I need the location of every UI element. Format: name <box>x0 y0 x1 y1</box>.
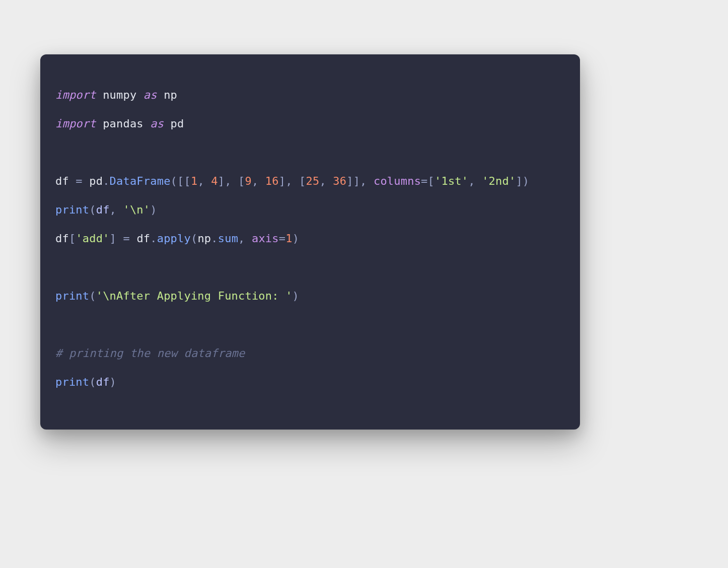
comma: , <box>252 175 265 187</box>
code-line-8: print(df) <box>55 376 116 388</box>
paren-open: ( <box>89 203 96 216</box>
op-eq: = <box>421 175 427 187</box>
fn-print: print <box>55 290 89 302</box>
comma: , <box>110 203 123 216</box>
kwarg-columns: columns <box>374 175 421 187</box>
bracket-close: ] <box>110 232 116 245</box>
string: '2nd' <box>482 175 516 187</box>
bracket-open: [ <box>69 232 76 245</box>
num: 4 <box>211 175 217 187</box>
kw-as: as <box>143 89 157 101</box>
var-df: df <box>55 175 69 187</box>
fn-print: print <box>55 203 89 216</box>
comma: , <box>468 175 482 187</box>
paren-close: ) <box>293 232 299 245</box>
paren-close: ) <box>110 376 116 388</box>
kw-import: import <box>55 89 96 101</box>
string: 'add' <box>76 232 109 245</box>
paren-open: ( <box>191 232 197 245</box>
arg-df: df <box>96 203 110 216</box>
fn-apply: apply <box>157 232 191 245</box>
paren-close: ) <box>293 290 299 302</box>
code-line-2: import pandas as pd <box>55 117 184 130</box>
bracket-open: [ <box>428 175 434 187</box>
dot: . <box>211 232 217 245</box>
var-df: df <box>55 232 69 245</box>
module-pandas: pandas <box>103 117 143 130</box>
bracket-open: ([[ <box>171 175 191 187</box>
bracket-close: ]) <box>516 175 529 187</box>
code-line-1: import numpy as np <box>55 89 177 101</box>
string: '\n' <box>123 203 150 216</box>
code-line-7: # printing the new dataframe <box>55 347 245 360</box>
num: 16 <box>265 175 279 187</box>
comma: , <box>238 232 252 245</box>
op-assign: = <box>116 232 136 245</box>
code-line-4: print(df, '\n') <box>55 203 157 216</box>
string: '1st' <box>434 175 468 187</box>
code-card: import numpy as np import pandas as pd d… <box>40 54 580 430</box>
dot: . <box>103 175 109 187</box>
num: 1 <box>191 175 197 187</box>
comma: , <box>319 175 333 187</box>
code-line-5: df['add'] = df.apply(np.sum, axis=1) <box>55 232 299 245</box>
paren-open: ( <box>89 376 96 388</box>
paren-close: ) <box>150 203 157 216</box>
fn-sum: sum <box>218 232 238 245</box>
string: '\nAfter Applying Function: ' <box>96 290 293 302</box>
kw-as: as <box>150 117 164 130</box>
module-numpy: numpy <box>103 89 136 101</box>
dot: . <box>150 232 157 245</box>
fn-dataframe: DataFrame <box>110 175 171 187</box>
num: 36 <box>333 175 346 187</box>
code-line-6: print('\nAfter Applying Function: ') <box>55 290 299 302</box>
alias-np: np <box>164 89 177 101</box>
paren-open: ( <box>89 290 96 302</box>
bracket-close: ]], <box>346 175 374 187</box>
code-block: import numpy as np import pandas as pd d… <box>55 81 565 396</box>
comma: , <box>197 175 211 187</box>
op-assign: = <box>69 175 89 187</box>
num: 1 <box>285 232 292 245</box>
ref-pd: pd <box>89 175 103 187</box>
ref-np: np <box>197 232 211 245</box>
kwarg-axis: axis <box>252 232 279 245</box>
fn-print: print <box>55 376 89 388</box>
alias-pd: pd <box>171 117 184 130</box>
bracket: ], [ <box>218 175 245 187</box>
kw-import: import <box>55 117 96 130</box>
code-line-3: df = pd.DataFrame([[1, 4], [9, 16], [25,… <box>55 175 529 187</box>
arg-df: df <box>96 376 110 388</box>
comment: # printing the new dataframe <box>55 347 245 360</box>
num: 9 <box>245 175 252 187</box>
bracket: ], [ <box>279 175 306 187</box>
page-stage: import numpy as np import pandas as pd d… <box>0 0 728 568</box>
op-eq: = <box>279 232 285 245</box>
num: 25 <box>306 175 320 187</box>
var-df: df <box>136 232 150 245</box>
